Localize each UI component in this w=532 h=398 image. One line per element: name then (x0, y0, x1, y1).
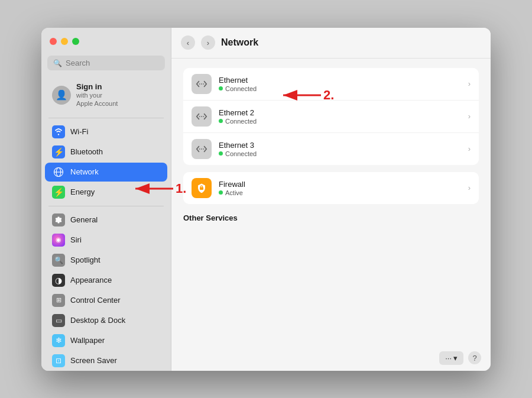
sidebar-item-network[interactable]: Network (45, 163, 167, 182)
spotlight-icon: 🔍 (52, 254, 65, 267)
chevron-right-2: › (468, 112, 471, 121)
ethernet2-status: Connected (219, 118, 461, 125)
network-icon (52, 166, 65, 179)
search-icon: 🔍 (53, 59, 62, 67)
help-button[interactable]: ? (468, 351, 481, 364)
firewall-item[interactable]: Firewall Active › (183, 172, 479, 204)
sidebar-item-screen-saver[interactable]: ⊡ Screen Saver (45, 351, 167, 370)
ethernet3-item[interactable]: Ethernet 3 Connected › (183, 132, 479, 165)
sign-in-text: Sign in with your Apple Account (76, 82, 118, 108)
sign-in-subtitle: with your Apple Account (76, 91, 118, 108)
desktop-dock-icon: ▭ (52, 314, 65, 327)
avatar: 👤 (52, 86, 71, 105)
general-icon (52, 213, 65, 226)
sidebar-item-energy[interactable]: ⚡ Energy (45, 183, 167, 202)
ethernet3-icon (192, 139, 212, 159)
sidebar-item-label-network: Network (70, 167, 99, 176)
sidebar-item-bluetooth[interactable]: ⚡ Bluetooth (45, 143, 167, 161)
sidebar: 🔍 👤 Sign in with your Apple Account (41, 28, 171, 371)
page-title: Network (221, 37, 258, 48)
chevron-right-3: › (468, 144, 471, 153)
search-bar[interactable]: 🔍 (47, 56, 165, 70)
forward-button[interactable]: › (201, 35, 215, 50)
ethernet-group: Ethernet Connected › (183, 68, 479, 165)
screen-saver-icon: ⊡ (52, 354, 65, 367)
ethernet1-name: Ethernet (219, 76, 461, 85)
sidebar-item-label-control-center: Control Center (70, 296, 121, 305)
sidebar-item-appearance[interactable]: ◑ Appearance (45, 271, 167, 290)
ethernet3-name: Ethernet 3 (219, 141, 461, 150)
ethernet1-icon (192, 74, 212, 94)
more-label: ··· (445, 354, 452, 363)
minimize-button[interactable] (61, 38, 68, 45)
sidebar-item-label-desktop-dock: Desktop & Dock (70, 316, 125, 325)
divider-2 (48, 206, 164, 206)
status-dot-firewall (219, 190, 223, 195)
maximize-button[interactable] (72, 38, 79, 45)
titlebar (41, 28, 171, 56)
ethernet1-status: Connected (219, 85, 461, 92)
ethernet2-name: Ethernet 2 (219, 108, 461, 117)
firewall-icon (192, 178, 212, 198)
firewall-info: Firewall Active (219, 180, 461, 196)
sidebar-item-label-wifi: Wi-Fi (70, 127, 88, 136)
sidebar-item-label-wallpaper: Wallpaper (70, 336, 105, 345)
sidebar-item-wifi[interactable]: Wi-Fi (45, 122, 167, 141)
content-area: Ethernet Connected › (171, 59, 491, 345)
bluetooth-icon: ⚡ (52, 145, 65, 158)
chevron-down-icon: ▾ (453, 354, 458, 363)
sign-in-item[interactable]: 👤 Sign in with your Apple Account (45, 77, 167, 113)
sidebar-item-label-spotlight: Spotlight (70, 255, 100, 264)
search-input[interactable] (66, 59, 159, 67)
ethernet2-info: Ethernet 2 Connected (219, 108, 461, 125)
sidebar-item-control-center[interactable]: ⊞ Control Center (45, 291, 167, 310)
main-header: ‹ › Network (171, 28, 491, 59)
control-center-icon: ⊞ (52, 294, 65, 307)
status-dot-1 (219, 86, 223, 90)
siri-icon: ◉ (52, 234, 65, 247)
back-button[interactable]: ‹ (181, 35, 195, 50)
chevron-right-1: › (468, 79, 471, 88)
close-button[interactable] (50, 38, 57, 45)
ethernet2-item[interactable]: Ethernet 2 Connected › (183, 100, 479, 132)
sidebar-item-spotlight[interactable]: 🔍 Spotlight (45, 251, 167, 270)
divider-1 (48, 118, 164, 118)
sidebar-item-wallpaper[interactable]: ❄ Wallpaper (45, 331, 167, 350)
firewall-name: Firewall (219, 180, 461, 189)
firewall-status: Active (219, 189, 461, 196)
sidebar-item-label-siri: Siri (70, 235, 82, 244)
ethernet2-icon (192, 106, 212, 127)
sidebar-item-label-general: General (70, 215, 98, 224)
wallpaper-icon: ❄ (52, 334, 65, 347)
sidebar-item-siri[interactable]: ◉ Siri (45, 231, 167, 250)
energy-icon: ⚡ (52, 186, 65, 199)
chevron-right-firewall: › (468, 183, 471, 192)
firewall-group: Firewall Active › (183, 172, 479, 204)
status-dot-2 (219, 119, 223, 123)
ethernet3-status: Connected (219, 150, 461, 157)
bottom-bar: ··· ▾ ? (171, 345, 491, 371)
main-content: ‹ › Network Ethernet (171, 28, 491, 371)
sidebar-item-label-energy: Energy (70, 187, 95, 196)
sign-in-title: Sign in (76, 82, 118, 91)
ethernet3-info: Ethernet 3 Connected (219, 141, 461, 157)
sidebar-item-label-bluetooth: Bluetooth (70, 147, 103, 156)
sidebar-item-general[interactable]: General (45, 211, 167, 229)
ethernet1-info: Ethernet Connected (219, 76, 461, 92)
more-button[interactable]: ··· ▾ (439, 351, 463, 365)
sidebar-item-label-appearance: Appearance (70, 276, 112, 284)
sidebar-item-desktop-dock[interactable]: ▭ Desktop & Dock (45, 311, 167, 330)
ethernet1-item[interactable]: Ethernet Connected › (183, 68, 479, 100)
wifi-icon (52, 125, 65, 138)
appearance-icon: ◑ (52, 274, 65, 287)
other-services-title: Other Services (183, 213, 479, 222)
help-label: ? (472, 354, 476, 363)
sidebar-item-label-screen-saver: Screen Saver (70, 356, 117, 365)
status-dot-3 (219, 151, 223, 156)
main-window: 🔍 👤 Sign in with your Apple Account (41, 28, 491, 371)
